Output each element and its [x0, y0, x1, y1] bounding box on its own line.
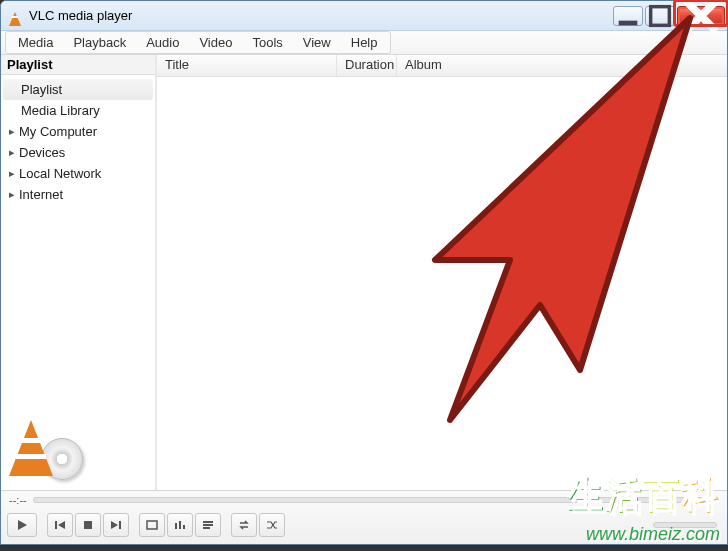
menu-playback[interactable]: Playback — [63, 33, 136, 52]
svg-rect-5 — [84, 521, 92, 529]
svg-marker-6 — [111, 521, 118, 529]
playlist-area: Title Duration Album — [157, 55, 727, 490]
sidebar-header: Playlist — [1, 55, 155, 75]
vlc-cone-icon — [7, 6, 23, 26]
sidebar-item-label: Local Network — [19, 166, 101, 181]
sidebar-item-playlist[interactable]: Playlist — [3, 79, 153, 100]
svg-rect-11 — [183, 525, 185, 529]
column-title[interactable]: Title — [157, 55, 337, 76]
sidebar-item-internet[interactable]: ▸ Internet — [3, 184, 153, 205]
sidebar-item-local-network[interactable]: ▸ Local Network — [3, 163, 153, 184]
menu-audio[interactable]: Audio — [136, 33, 189, 52]
footer: --:-- — [1, 490, 727, 544]
play-icon — [16, 519, 28, 531]
stop-icon — [82, 519, 94, 531]
svg-marker-4 — [58, 521, 65, 529]
column-album[interactable]: Album — [397, 55, 727, 76]
chevron-right-icon: ▸ — [9, 188, 17, 201]
sidebar-item-my-computer[interactable]: ▸ My Computer — [3, 121, 153, 142]
minimize-button[interactable] — [613, 6, 643, 26]
controls-row — [1, 509, 727, 541]
menu-video[interactable]: Video — [189, 33, 242, 52]
window-title: VLC media player — [29, 8, 613, 23]
sidebar-tree: Playlist Media Library ▸ My Computer ▸ D… — [1, 75, 155, 209]
sidebar-item-label: Media Library — [21, 103, 100, 118]
window-controls — [613, 6, 725, 26]
equalizer-icon — [174, 519, 186, 531]
menu-media[interactable]: Media — [8, 33, 63, 52]
app-window: VLC media player Media Playback Audio Vi… — [0, 0, 728, 545]
volume-slider[interactable] — [653, 522, 717, 528]
minimize-icon — [614, 2, 642, 30]
menubar: Media Playback Audio Video Tools View He… — [1, 31, 727, 55]
titlebar: VLC media player — [1, 1, 727, 31]
next-button[interactable] — [103, 513, 129, 537]
loop-icon — [238, 519, 250, 531]
sidebar-item-label: Playlist — [21, 82, 62, 97]
chevron-right-icon: ▸ — [9, 125, 17, 138]
svg-rect-3 — [55, 521, 57, 529]
close-button[interactable] — [677, 6, 725, 26]
loop-button[interactable] — [231, 513, 257, 537]
sidebar: Playlist Playlist Media Library ▸ My Com… — [1, 55, 157, 490]
previous-button[interactable] — [47, 513, 73, 537]
sidebar-artwork — [1, 414, 91, 482]
playlist-toggle-button[interactable] — [195, 513, 221, 537]
svg-rect-8 — [147, 521, 157, 529]
maximize-button[interactable] — [645, 6, 675, 26]
column-duration[interactable]: Duration — [337, 55, 397, 76]
shuffle-button[interactable] — [259, 513, 285, 537]
seek-row: --:-- — [1, 491, 727, 509]
menu-tools[interactable]: Tools — [242, 33, 292, 52]
body: Playlist Playlist Media Library ▸ My Com… — [1, 55, 727, 490]
column-headers: Title Duration Album — [157, 55, 727, 77]
menu-view[interactable]: View — [293, 33, 341, 52]
sidebar-item-devices[interactable]: ▸ Devices — [3, 142, 153, 163]
fullscreen-button[interactable] — [139, 513, 165, 537]
chevron-right-icon: ▸ — [9, 167, 17, 180]
shuffle-icon — [266, 519, 278, 531]
skip-next-icon — [110, 519, 122, 531]
sidebar-item-label: My Computer — [19, 124, 97, 139]
svg-rect-9 — [175, 523, 177, 529]
playlist-icon — [202, 519, 214, 531]
svg-rect-12 — [203, 521, 213, 523]
stop-button[interactable] — [75, 513, 101, 537]
menu-help[interactable]: Help — [341, 33, 388, 52]
svg-rect-1 — [651, 6, 670, 25]
maximize-icon — [646, 2, 674, 30]
svg-rect-14 — [203, 527, 210, 529]
play-button[interactable] — [7, 513, 37, 537]
sidebar-item-label: Devices — [19, 145, 65, 160]
chevron-right-icon: ▸ — [9, 146, 17, 159]
svg-rect-0 — [619, 20, 638, 25]
extended-settings-button[interactable] — [167, 513, 193, 537]
skip-previous-icon — [54, 519, 66, 531]
sidebar-item-media-library[interactable]: Media Library — [3, 100, 153, 121]
svg-marker-2 — [18, 520, 27, 530]
svg-rect-13 — [203, 524, 213, 526]
svg-rect-10 — [179, 521, 181, 529]
vlc-cone-icon — [9, 420, 53, 476]
sidebar-item-label: Internet — [19, 187, 63, 202]
fullscreen-icon — [146, 519, 158, 531]
time-label: --:-- — [9, 494, 27, 506]
seek-slider[interactable] — [33, 497, 719, 503]
svg-rect-7 — [119, 521, 121, 529]
